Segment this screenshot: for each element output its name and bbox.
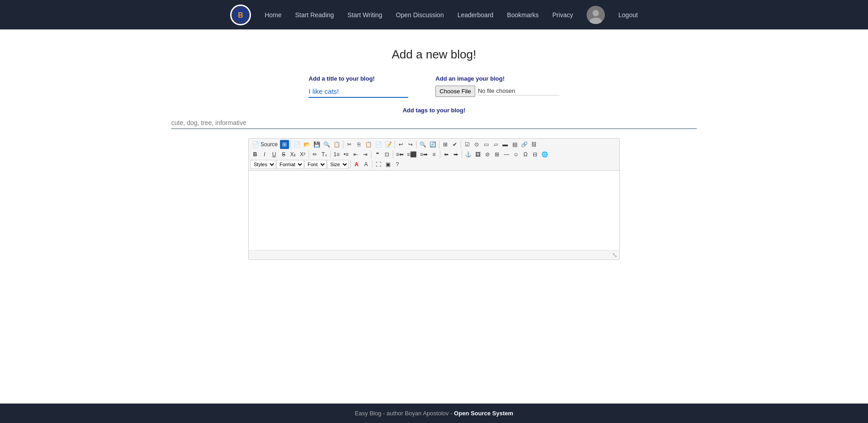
preview-button[interactable]: 🔍 [322,140,332,149]
maximize-button[interactable]: ⛶ [374,160,383,169]
font-select[interactable]: Font [304,160,327,169]
copy-button[interactable]: ⎘ [354,140,363,149]
separator-14 [372,160,372,168]
outdent-button[interactable]: ⇤ [351,150,360,159]
strike-button[interactable]: S [279,150,288,159]
select-button[interactable]: ▤ [510,140,519,149]
replace-button[interactable]: 🔄 [428,140,438,149]
image-label: Add an image your blog! [435,75,559,82]
editor-body[interactable] [249,171,619,250]
size-select[interactable]: Size [327,160,349,169]
toolbar-row-1: 📄 Source ⊞ 📄 📂 💾 🔍 📋 ✂ ⎘ 📋 📄 📝 ↩ ↪ [251,140,617,149]
title-input[interactable] [309,86,408,98]
subscript-button[interactable]: X₂ [289,150,298,159]
nav-leaderboard[interactable]: Leaderboard [458,11,493,19]
nav-privacy[interactable]: Privacy [552,11,573,19]
iframe-button[interactable]: 🌐 [540,150,550,159]
new-doc-button[interactable]: 📄 [292,140,302,149]
choose-file-button[interactable]: Choose File [435,86,475,97]
rich-text-editor: 📄 Source ⊞ 📄 📂 💾 🔍 📋 ✂ ⎘ 📋 📄 📝 ↩ ↪ [248,138,620,260]
paste-text-button[interactable]: 📄 [374,140,383,149]
blockquote-button[interactable]: ❝ [373,150,382,159]
separator-3 [395,140,395,149]
separator-4 [416,140,417,149]
bidi-rtl-button[interactable]: ➡ [451,150,460,159]
align-center-button[interactable]: ≡⬛ [405,150,418,159]
nav-start-reading[interactable]: Start Reading [295,11,334,19]
nav-logout[interactable]: Logout [618,11,638,19]
separator-2 [343,140,343,149]
specialchar-button[interactable]: Ω [521,150,530,159]
toolbar-row-2: B I U S X₂ X² ✏ Tₓ 1≡ •≡ ⇤ ⇥ ❝ ⊡ ≡⬅ ≡⬛ [251,150,617,159]
font-bg-color-button[interactable]: A [362,160,371,169]
flash-button[interactable]: ⊘ [483,150,492,159]
justify-button[interactable]: ≡ [429,150,439,159]
align-left-button[interactable]: ≡⬅ [395,150,405,159]
hline-button[interactable]: — [502,150,511,159]
undo-button[interactable]: ↩ [396,140,405,149]
format-select[interactable]: Format [276,160,304,169]
italic-button[interactable]: I [260,150,269,159]
nav-start-writing[interactable]: Start Writing [347,11,382,19]
underline-button[interactable]: U [270,150,279,159]
spellcheck-button[interactable]: ✔ [450,140,459,149]
indent-button[interactable]: ⇥ [361,150,370,159]
find-button[interactable]: 🔍 [418,140,428,149]
paste-word-button[interactable]: 📝 [384,140,393,149]
nav-open-discussion[interactable]: Open Discussion [396,11,444,19]
html-toggle-button[interactable]: ⊞ [280,140,289,149]
checkbox-button[interactable]: ☑ [463,140,472,149]
redo-button[interactable]: ↪ [406,140,415,149]
select-all-button[interactable]: ⊞ [441,140,450,149]
separator-13 [350,160,351,168]
anchor-button[interactable]: ⚓ [463,150,473,159]
superscript-button[interactable]: X² [298,150,307,159]
smiley-button[interactable]: ☺ [511,150,521,159]
cut-button[interactable]: ✂ [345,140,354,149]
tags-section [108,117,760,129]
separator-8 [330,150,331,159]
form-button[interactable]: ▭ [482,140,491,149]
clearformat-button[interactable]: Tₓ [320,150,329,159]
footer: Easy Blog - author Boyan Apostolov - Ope… [0,404,868,423]
align-right-button[interactable]: ≡➡ [419,150,429,159]
separator-9 [371,150,371,159]
tags-input[interactable] [171,117,697,129]
main-content: Add a new blog! Add a title to your blog… [0,29,868,404]
showblocks-button[interactable]: ▣ [383,160,392,169]
bidi-ltr-button[interactable]: ⬅ [442,150,451,159]
font-color-button[interactable]: A [352,160,361,169]
template-button[interactable]: 📋 [332,140,342,149]
creatediv-button[interactable]: ⊡ [382,150,391,159]
source-button[interactable]: 📄 Source [251,140,280,149]
paste-button[interactable]: 📋 [364,140,373,149]
input-button[interactable]: ▱ [491,140,500,149]
link-button[interactable]: 🔗 [520,140,529,149]
separator-7 [309,150,309,159]
nav-home[interactable]: Home [265,11,281,19]
scayt-button[interactable]: ⊙ [472,140,481,149]
help-button[interactable]: ? [393,160,402,169]
textarea-button[interactable]: ▬ [501,140,510,149]
tags-label: Add tags to your blog! [403,107,466,114]
image-button[interactable]: 🖼 [473,150,482,159]
removeformat-button[interactable]: ✏ [310,150,319,159]
separator-5 [439,140,439,149]
styles-select[interactable]: Styles [251,160,276,169]
resize-icon: ⤡ [612,251,617,259]
svg-text:B: B [238,11,243,19]
file-input-wrapper: Choose File No file chosen [435,86,559,97]
table-button[interactable]: ⊞ [492,150,502,159]
title-label: Add a title to your blog! [309,75,408,82]
pagebr-button[interactable]: ⊟ [530,150,540,159]
open-button[interactable]: 📂 [302,140,312,149]
ol-button[interactable]: 1≡ [332,150,341,159]
footer-text: Easy Blog - author Boyan Apostolov - [355,410,454,417]
save-button[interactable]: 💾 [312,140,322,149]
title-field-group: Add a title to your blog! [309,75,408,98]
nav-bookmarks[interactable]: Bookmarks [507,11,539,19]
unlink-button[interactable]: ⛓ [530,140,539,149]
bold-button[interactable]: B [251,150,260,159]
ul-button[interactable]: •≡ [342,150,351,159]
separator-11 [440,150,440,159]
